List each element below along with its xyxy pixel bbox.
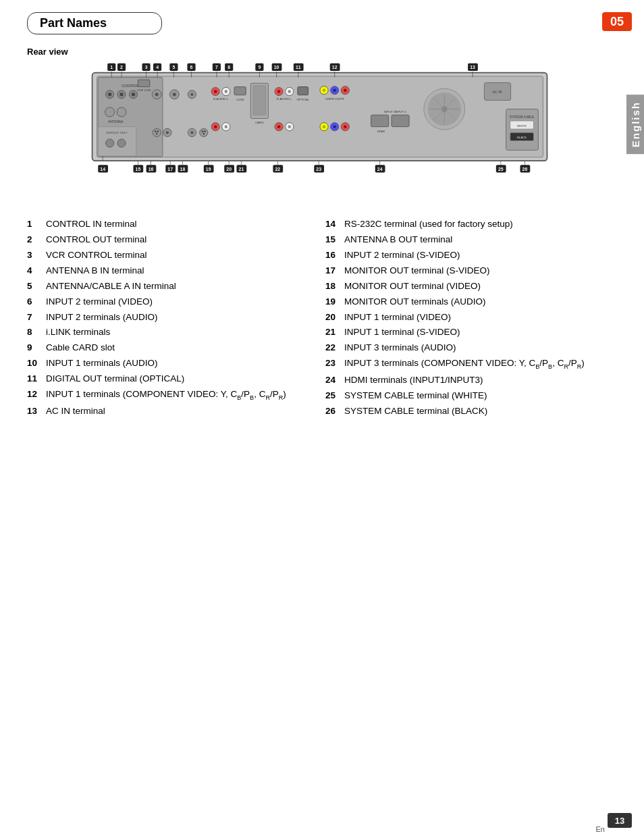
- svg-text:26: 26: [522, 167, 528, 172]
- part-number: 15: [325, 233, 344, 247]
- svg-text:12: 12: [332, 65, 338, 70]
- svg-text:9: 9: [258, 65, 261, 70]
- part-item: 23INPUT 3 terminals (COMPONENT VIDEO: Y,…: [325, 357, 603, 372]
- part-description: Cable CARD slot: [46, 341, 305, 355]
- svg-text:17: 17: [167, 167, 173, 172]
- main-content: Part Names Rear view 1 2 3 4 5 6: [27, 12, 603, 419]
- part-description: HDMI terminals (INPUT1/INPUT3): [344, 373, 603, 388]
- svg-rect-55: [253, 86, 266, 115]
- svg-point-44: [173, 93, 176, 96]
- part-number: 5: [27, 280, 46, 294]
- bottom-page-badge: 13: [608, 813, 632, 828]
- svg-point-37: [117, 107, 126, 117]
- page-number-badge: 05: [602, 12, 632, 31]
- part-item: 16INPUT 2 terminal (S-VIDEO): [325, 248, 603, 263]
- svg-text:AC IN: AC IN: [493, 90, 502, 94]
- svg-point-42: [155, 93, 159, 96]
- part-number: 25: [325, 389, 344, 403]
- svg-text:ANTENNA: ANTENNA: [108, 120, 124, 124]
- part-number: 3: [27, 248, 46, 263]
- part-description: INPUT 1 terminals (AUDIO): [46, 357, 305, 371]
- svg-point-60: [288, 90, 291, 93]
- part-number: 19: [325, 295, 344, 309]
- part-description: AC IN terminal: [46, 404, 305, 419]
- part-number: 7: [27, 311, 46, 325]
- part-number: 17: [325, 264, 344, 278]
- svg-rect-52: [234, 87, 246, 95]
- part-item: 11DIGITAL OUT terminal (OPTICAL): [27, 372, 305, 386]
- part-description: SYSTEM CABLE terminal (BLACK): [344, 404, 603, 419]
- part-item: 4ANTENNA B IN terminal: [27, 264, 305, 278]
- part-description: MONITOR OUT terminals (AUDIO): [344, 295, 603, 309]
- parts-left-col: 1CONTROL IN terminal2CONTROL OUT termina…: [27, 217, 305, 419]
- svg-point-85: [200, 128, 208, 136]
- part-item: 17MONITOR OUT terminal (S-VIDEO): [325, 264, 603, 278]
- svg-rect-27: [97, 76, 543, 157]
- svg-point-75: [153, 128, 161, 136]
- svg-text:1: 1: [110, 65, 113, 70]
- svg-point-98: [333, 125, 336, 128]
- part-description: ANTENNA B OUT terminal: [344, 233, 603, 247]
- svg-text:INPUT 1: INPUT 1: [384, 110, 396, 113]
- svg-text:SERVICE ONLY: SERVICE ONLY: [106, 131, 128, 134]
- svg-point-33: [119, 93, 123, 96]
- svg-point-86: [202, 130, 204, 132]
- part-item: 14RS-232C terminal (used for factory set…: [325, 217, 603, 232]
- part-number: 8: [27, 325, 46, 340]
- part-number: 26: [325, 404, 344, 419]
- svg-point-94: [288, 125, 291, 128]
- svg-point-58: [277, 90, 280, 93]
- section-label: Rear view: [27, 47, 603, 57]
- part-description: VCR CONTROL terminal: [46, 248, 305, 263]
- svg-point-46: [190, 93, 193, 96]
- part-number: 22: [325, 341, 344, 355]
- part-item: 5ANTENNA/CABLE A IN terminal: [27, 280, 305, 294]
- part-number: 2: [27, 233, 46, 247]
- svg-point-35: [132, 93, 135, 96]
- part-description: DIGITAL OUT terminal (OPTICAL): [46, 372, 305, 386]
- title-bar: Part Names: [27, 12, 162, 34]
- svg-text:24: 24: [377, 167, 383, 172]
- part-item: 19MONITOR OUT terminals (AUDIO): [325, 295, 603, 309]
- svg-text:2: 2: [120, 65, 123, 70]
- svg-point-76: [155, 130, 157, 132]
- part-item: 15ANTENNA B OUT terminal: [325, 233, 603, 247]
- svg-text:8: 8: [227, 65, 230, 70]
- page-number-text: 05: [610, 15, 624, 29]
- part-item: 6INPUT 2 terminal (VIDEO): [27, 295, 305, 309]
- svg-text:CONTROL: CONTROL: [122, 84, 139, 88]
- part-item: 3VCR CONTROL terminal: [27, 248, 305, 263]
- part-number: 12: [27, 388, 46, 402]
- svg-text:HDMI: HDMI: [377, 130, 385, 133]
- svg-point-69: [344, 89, 346, 92]
- svg-rect-102: [392, 115, 409, 126]
- page-title: Part Names: [40, 16, 107, 30]
- svg-point-48: [214, 90, 217, 93]
- svg-text:i.LINK: i.LINK: [236, 98, 244, 101]
- svg-point-80: [166, 131, 169, 134]
- part-item: 2CONTROL OUT terminal: [27, 233, 305, 247]
- svg-text:18: 18: [180, 167, 186, 172]
- svg-point-87: [204, 130, 206, 132]
- part-item: 9Cable CARD slot: [27, 341, 305, 355]
- part-item: 10INPUT 1 terminals (AUDIO): [27, 357, 305, 371]
- part-item: 12INPUT 1 terminals (COMPONENT VIDEO: Y,…: [27, 388, 305, 403]
- device-diagram-container: 1 2 3 4 5 6 7 8 9 10: [38, 62, 592, 197]
- part-description: INPUT 1 terminal (S-VIDEO): [344, 325, 603, 340]
- part-description: MONITOR OUT terminal (S-VIDEO): [344, 264, 603, 278]
- svg-text:22: 22: [275, 167, 280, 172]
- svg-point-74: [117, 139, 126, 147]
- svg-point-78: [156, 133, 158, 135]
- device-panel-svg: 1 2 3 4 5 6 7 8 9 10: [38, 62, 592, 197]
- svg-text:SYSTEM CABLE: SYSTEM CABLE: [510, 115, 535, 119]
- svg-point-84: [225, 125, 227, 128]
- part-number: 6: [27, 295, 46, 309]
- parts-right-col: 14RS-232C terminal (used for factory set…: [325, 217, 603, 419]
- language-tab: English: [626, 95, 644, 154]
- part-description: INPUT 1 terminal (VIDEO): [344, 311, 603, 325]
- part-item: 22INPUT 3 terminals (AUDIO): [325, 341, 603, 355]
- part-number: 9: [27, 341, 46, 355]
- part-number: 23: [325, 357, 344, 371]
- svg-text:BLACK: BLACK: [517, 136, 527, 139]
- part-description: RS-232C terminal (used for factory setup…: [344, 217, 603, 232]
